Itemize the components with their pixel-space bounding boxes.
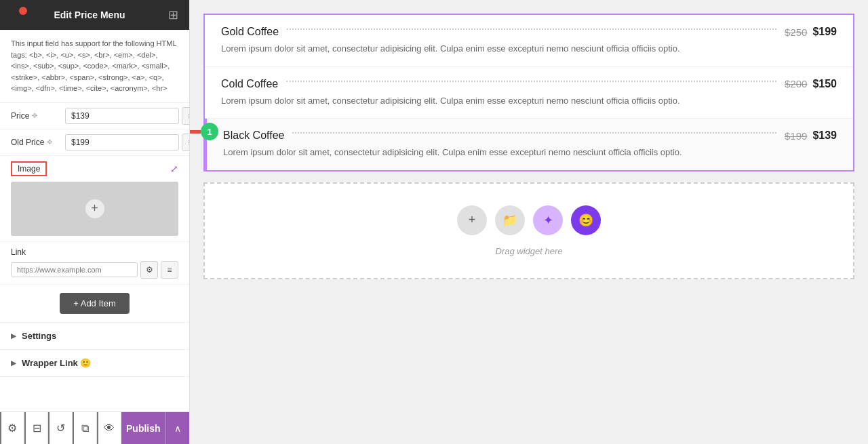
link-gear-btn[interactable]: ⚙	[140, 261, 158, 279]
image-upload-area[interactable]: +	[11, 182, 178, 236]
grid-icon[interactable]: ⊞	[168, 7, 178, 22]
add-widget-icon[interactable]: +	[457, 205, 487, 235]
arrow-indicator: 1	[190, 123, 218, 140]
item-prices: $250 $199	[785, 26, 837, 38]
image-resize-icon[interactable]: ⤢	[170, 163, 178, 174]
item-prices: $199 $139	[785, 129, 837, 142]
old-price-input[interactable]	[65, 134, 179, 150]
new-price: $150	[812, 78, 837, 90]
item-name: Black Coffee	[223, 129, 284, 142]
panel-footer: ⚙ ⊟ ↺ ⧉ 👁 Publish ∧	[0, 411, 189, 444]
item-name: Gold Coffee	[221, 26, 279, 38]
item-dots	[292, 132, 776, 134]
old-price-field-row: Old Price ✥ ≡	[0, 129, 189, 156]
price-label: Price ✥	[11, 111, 65, 121]
left-panel: Edit Price Menu ⊞ This input field has s…	[0, 0, 190, 444]
copy-btn[interactable]: ⧉	[73, 412, 97, 444]
settings-label: Settings	[22, 331, 56, 341]
price-input[interactable]	[65, 108, 179, 124]
panel-title: Edit Price Menu	[11, 9, 168, 20]
menu-container: 1 Gold Coffee $250 $199 Lorem ipsum dolo…	[203, 14, 854, 171]
old-price-label: Old Price ✥	[11, 138, 65, 147]
history-btn[interactable]: ↺	[48, 412, 73, 444]
old-price: $250	[785, 26, 807, 38]
arrow-body	[190, 130, 201, 134]
old-price: $200	[785, 78, 807, 89]
publish-chevron-btn[interactable]: ∧	[165, 412, 189, 444]
new-price: $199	[812, 26, 837, 38]
traffic-light-dot	[19, 7, 27, 15]
right-panel: 1 Gold Coffee $250 $199 Lorem ipsum dolo…	[190, 0, 868, 444]
link-settings-btn[interactable]: ≡	[161, 261, 178, 279]
settings-gear-btn[interactable]: ⚙	[0, 412, 24, 444]
settings-header[interactable]: ▶ Settings	[11, 331, 178, 341]
face-icon[interactable]: 😊	[571, 205, 601, 235]
price-input-wrap: ≡	[65, 107, 189, 125]
drop-zone: + 📁 ✦ 😊 Drag widget here	[203, 182, 854, 279]
eye-btn[interactable]: 👁	[97, 412, 121, 444]
drop-zone-icons: + 📁 ✦ 😊	[457, 205, 601, 235]
old-price-drag-icon: ✥	[47, 138, 52, 146]
canvas-area: 1 Gold Coffee $250 $199 Lorem ipsum dolo…	[190, 0, 868, 444]
panel-header: Edit Price Menu ⊞	[0, 0, 189, 30]
menu-item-top: Cold Coffee $200 $150	[221, 78, 837, 90]
panel-content: This input field has support for the fol…	[0, 30, 189, 411]
item-name: Cold Coffee	[221, 78, 278, 90]
settings-arrow-icon: ▶	[11, 332, 16, 340]
image-label: Image	[11, 161, 47, 176]
item-dots	[287, 28, 776, 30]
price-field-row: Price ✥ ≡	[0, 103, 189, 129]
publish-button[interactable]: Publish	[121, 412, 165, 444]
menu-item-top: Gold Coffee $250 $199	[221, 26, 837, 38]
new-price: $139	[812, 129, 837, 142]
html-tags-info: This input field has support for the fol…	[0, 30, 189, 103]
image-upload-plus-icon: +	[85, 199, 104, 218]
layers-btn[interactable]: ⊟	[24, 412, 49, 444]
image-section: Image ⤢ +	[0, 156, 189, 242]
link-label: Link	[11, 247, 178, 257]
item-prices: $200 $150	[785, 78, 837, 90]
price-settings-btn[interactable]: ≡	[182, 107, 189, 125]
arrow-wrap: 1	[190, 123, 218, 140]
item-desc: Lorem ipsum dolor sit amet, consectetur …	[223, 146, 837, 159]
add-item-wrap: + Add Item	[0, 285, 189, 323]
link-input[interactable]	[11, 262, 138, 277]
star-icon[interactable]: ✦	[533, 205, 563, 235]
menu-item-black-coffee: Black Coffee $199 $139 Lorem ipsum dolor…	[205, 119, 853, 170]
settings-section[interactable]: ▶ Settings	[0, 323, 189, 350]
link-input-wrap: ⚙ ≡	[11, 261, 178, 279]
menu-item-cold-coffee: Cold Coffee $200 $150 Lorem ipsum dolor …	[205, 67, 853, 119]
drop-zone-text: Drag widget here	[496, 246, 563, 256]
wrapper-link-arrow-icon: ▶	[11, 359, 16, 367]
image-label-row: Image ⤢	[11, 161, 178, 176]
wrapper-link-label: Wrapper Link 🙂	[22, 358, 91, 368]
old-price-settings-btn[interactable]: ≡	[182, 134, 189, 151]
old-price-input-wrap: ≡	[65, 134, 189, 151]
add-item-button[interactable]: + Add Item	[60, 293, 130, 314]
menu-item-gold-coffee: Gold Coffee $250 $199 Lorem ipsum dolor …	[205, 15, 853, 67]
wrapper-link-section[interactable]: ▶ Wrapper Link 🙂	[0, 350, 189, 377]
item-desc: Lorem ipsum dolor sit amet, consectetur …	[221, 94, 837, 108]
old-price: $199	[785, 130, 807, 142]
menu-item-top: Black Coffee $199 $139	[223, 129, 837, 142]
link-section: Link ⚙ ≡	[0, 242, 189, 285]
item-dots	[286, 81, 776, 82]
wrapper-link-header[interactable]: ▶ Wrapper Link 🙂	[11, 358, 178, 368]
arrow-number-badge: 1	[201, 123, 218, 140]
price-drag-icon: ✥	[32, 112, 37, 119]
folder-icon[interactable]: 📁	[495, 205, 525, 235]
item-desc: Lorem ipsum dolor sit amet, consectetur …	[221, 42, 837, 56]
